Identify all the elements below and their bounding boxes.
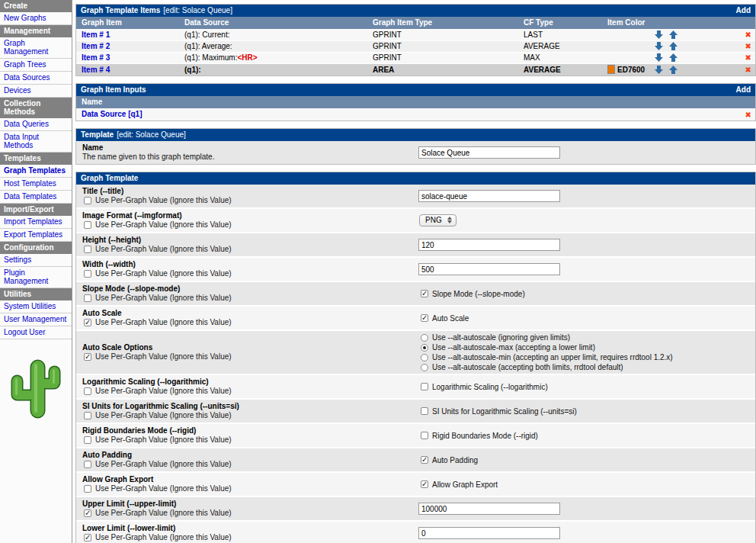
field-label: Upper Limit (--upper-limit) [82, 500, 412, 508]
sidebar-item-new-graphs[interactable]: New Graphs [0, 12, 72, 25]
per-graph-checkbox[interactable] [84, 485, 91, 493]
sidebar-item-logout-user[interactable]: Logout User [0, 326, 72, 339]
auto-scale-options-radio-3[interactable] [421, 364, 428, 371]
per-graph-checkbox[interactable] [84, 509, 91, 517]
sidebar-item-devices[interactable]: Devices [0, 85, 72, 98]
add-graph-item-input-link[interactable]: Add [736, 85, 751, 94]
per-graph-checkbox[interactable] [84, 294, 91, 302]
delete-icon[interactable]: ✖ [737, 41, 755, 52]
slope-mode-checkbox[interactable] [421, 290, 428, 297]
move-up-icon[interactable] [669, 42, 678, 50]
sidebar-item-host-templates[interactable]: Host Templates [0, 178, 72, 191]
move-down-icon[interactable] [655, 31, 663, 39]
graph-item-row: Item # 2(q1): Average:GPRINTAVERAGE✖ [76, 40, 755, 52]
template-name-row: Name The name given to this graph templa… [76, 141, 755, 164]
auto-scale-options-radio-0[interactable] [421, 334, 428, 342]
per-graph-checkbox[interactable] [84, 412, 91, 419]
col-graph-item-type: Graph Item Type [371, 17, 522, 29]
per-graph-line: Use Per-Graph Value (Ignore this Value) [82, 245, 412, 253]
per-graph-label: Use Per-Graph Value (Ignore this Value) [95, 196, 232, 204]
add-graph-item-link[interactable]: Add [736, 6, 751, 14]
sidebar-item-system-utilities[interactable]: System Utilities [0, 300, 72, 313]
field-left-width: Width (--width)Use Per-Graph Value (Igno… [76, 258, 418, 281]
allow-graph-export-checkbox[interactable] [421, 480, 428, 488]
form-row-upper-limit: Upper Limit (--upper-limit)Use Per-Graph… [76, 497, 755, 522]
field-left-logarithmic-scaling: Logarithmic Scaling (--logarithmic)Use P… [76, 375, 418, 398]
graph-item-data-source: (q1): Current: [183, 30, 371, 40]
graph-item-row: Item # 4(q1):AREAAVERAGEED7600✖ [76, 63, 755, 76]
delete-icon[interactable]: ✖ [745, 111, 755, 119]
per-graph-label: Use Per-Graph Value (Ignore this Value) [95, 533, 232, 541]
move-up-icon[interactable] [669, 53, 678, 62]
si-units-for-logarithmic-scaling-checkbox[interactable] [421, 407, 428, 415]
sidebar-item-user-management[interactable]: User Management [0, 313, 72, 326]
per-graph-checkbox[interactable] [84, 534, 91, 541]
template-name-input[interactable] [418, 146, 560, 159]
sidebar-item-graph-templates[interactable]: Graph Templates [0, 165, 72, 178]
height-input[interactable] [418, 239, 560, 251]
graph-item-link[interactable]: Item # 1 [76, 30, 183, 40]
sidebar-item-data-templates[interactable]: Data Templates [0, 191, 72, 204]
form-row-logarithmic-scaling: Logarithmic Scaling (--logarithmic)Use P… [76, 375, 755, 400]
logarithmic-scaling-checkbox[interactable] [421, 383, 428, 390]
graph-item-type: GPRINT [371, 53, 522, 63]
move-down-icon[interactable] [655, 53, 663, 62]
col-name: Name [76, 96, 755, 108]
per-graph-checkbox[interactable] [84, 197, 91, 204]
per-graph-checkbox[interactable] [84, 221, 91, 229]
delete-icon[interactable]: ✖ [737, 30, 755, 40]
per-graph-checkbox[interactable] [84, 270, 91, 278]
sidebar-item-graph-management[interactable]: Graph Management [0, 37, 72, 59]
move-controls [653, 41, 688, 52]
form-row-rigid-boundaries-mode: Rigid Boundaries Mode (--rigid)Use Per-G… [76, 424, 755, 448]
auto-padding-checkbox[interactable] [421, 456, 428, 464]
title-input[interactable] [418, 190, 560, 202]
sidebar-sections: CreateNew GraphsManagementGraph Manageme… [0, 0, 72, 339]
graph-item-input-link[interactable]: Data Source [q1] [76, 108, 143, 120]
graph-item-cf-type: LAST [522, 30, 606, 40]
sidebar-item-data-sources[interactable]: Data Sources [0, 72, 72, 85]
graph-template-panel: Graph Template Title (--title)Use Per-Gr… [75, 172, 756, 543]
move-up-icon[interactable] [669, 31, 678, 39]
allow-graph-export-option: Allow Graph Export [418, 480, 752, 490]
graph-item-link[interactable]: Item # 2 [76, 41, 183, 52]
auto-scale-options-radio-2[interactable] [421, 354, 428, 361]
sidebar-item-data-input-methods[interactable]: Data Input Methods [0, 131, 72, 153]
per-graph-checkbox[interactable] [84, 353, 91, 361]
per-graph-checkbox[interactable] [84, 319, 91, 326]
delete-icon[interactable]: ✖ [737, 53, 755, 63]
per-graph-checkbox[interactable] [84, 461, 91, 468]
field-control-auto-scale-options: Use --alt-autoscale (ignoring given limi… [418, 331, 755, 374]
sidebar-item-plugin-management[interactable]: Plugin Management [0, 267, 72, 288]
auto-scale-options-radio-1[interactable] [421, 344, 428, 352]
auto-padding-option: Auto Padding [418, 455, 752, 465]
graph-item-link[interactable]: Item # 4 [76, 65, 183, 76]
image-format-select[interactable]: PNG [419, 214, 456, 227]
graph-item-cf-type: AVERAGE [522, 41, 606, 52]
graph-item-row: Item # 1(q1): Current:GPRINTLAST✖ [76, 29, 755, 40]
rigid-boundaries-mode-option: Rigid Boundaries Mode (--rigid) [418, 431, 752, 441]
graph-item-link[interactable]: Item # 3 [76, 53, 183, 63]
move-down-icon[interactable] [655, 66, 663, 74]
per-graph-line: Use Per-Graph Value (Ignore this Value) [82, 269, 412, 278]
per-graph-label: Use Per-Graph Value (Ignore this Value) [95, 387, 232, 395]
move-up-icon[interactable] [669, 66, 678, 74]
delete-icon[interactable]: ✖ [737, 65, 755, 76]
move-down-icon[interactable] [655, 42, 663, 50]
sidebar-item-graph-trees[interactable]: Graph Trees [0, 59, 72, 72]
col-graph-item: Graph Item [76, 17, 183, 29]
per-graph-checkbox[interactable] [84, 246, 91, 253]
width-input[interactable] [418, 263, 560, 275]
graph-item-data-source: (q1): Average: [183, 41, 371, 52]
rigid-boundaries-mode-checkbox[interactable] [421, 432, 428, 439]
lower-limit-input[interactable] [418, 527, 560, 539]
auto-scale-checkbox[interactable] [421, 314, 428, 322]
sidebar-item-import-templates[interactable]: Import Templates [0, 216, 72, 229]
per-graph-checkbox[interactable] [84, 436, 91, 444]
per-graph-checkbox[interactable] [84, 387, 91, 395]
upper-limit-input[interactable] [418, 503, 560, 515]
sidebar-item-data-queries[interactable]: Data Queries [0, 118, 72, 131]
sidebar-item-settings[interactable]: Settings [0, 254, 72, 267]
sidebar-item-export-templates[interactable]: Export Templates [0, 229, 72, 242]
field-label: Auto Scale Options [82, 343, 412, 352]
